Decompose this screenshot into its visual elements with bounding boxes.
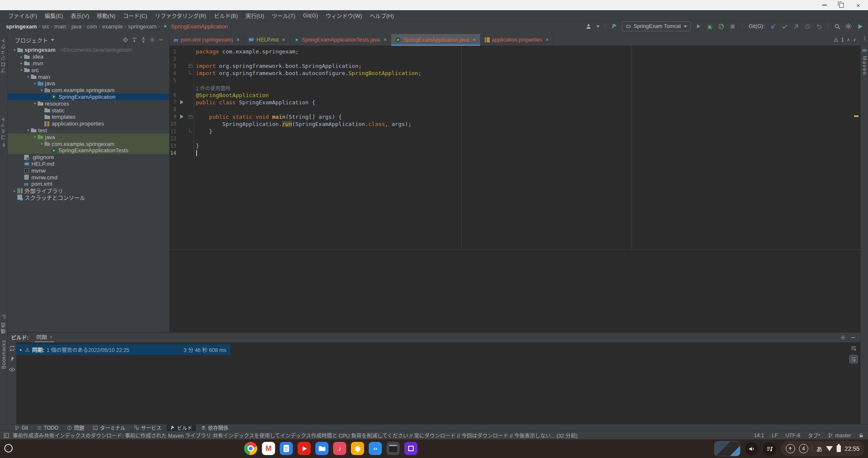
tree-chevron-icon[interactable]: ▾ xyxy=(25,75,31,79)
code-line[interactable]: 5 xyxy=(170,77,860,84)
git-rollback-button[interactable] xyxy=(815,22,823,30)
tree-item-help.md[interactable]: HELP.md xyxy=(8,161,169,168)
indent-style[interactable]: タブ* xyxy=(808,432,820,439)
tree-item-src[interactable]: ▾src xyxy=(8,67,169,73)
code-editor[interactable]: 1package com.example.springexam;23−impor… xyxy=(170,46,860,332)
menu-item[interactable]: リファクタリング(R) xyxy=(151,11,210,20)
launcher-button[interactable] xyxy=(4,444,13,452)
resync-icon[interactable] xyxy=(8,345,15,352)
soft-wrap-icon[interactable] xyxy=(849,355,858,363)
caret-position[interactable]: 14:1 xyxy=(754,433,764,438)
tree-item-springexamapplicationtests[interactable]: SpringExamApplicationTests xyxy=(8,147,169,154)
menu-item[interactable]: コード(C) xyxy=(119,11,151,20)
editor-tab[interactable]: pom.xml (springexam)× xyxy=(170,34,244,45)
tree-item-springexam[interactable]: ▾springexam~/Documents/Java/springexam xyxy=(8,47,169,53)
tab-close-icon[interactable]: × xyxy=(282,36,285,43)
tree-item-mvnw.cmd[interactable]: mvnw.cmd xyxy=(8,174,169,181)
run-gutter-icon[interactable] xyxy=(176,114,187,119)
git-commit-button[interactable] xyxy=(781,22,788,30)
hide-build-panel-icon[interactable] xyxy=(850,335,856,341)
next-warning-icon[interactable]: ∨ xyxy=(853,37,856,42)
run-button[interactable] xyxy=(695,22,702,30)
music-app-icon[interactable]: ♪ xyxy=(333,442,346,455)
fold-marker-icon[interactable] xyxy=(187,128,194,135)
tool-window-switcher-icon[interactable] xyxy=(3,433,9,438)
tool-window-button-terminal[interactable]: ターミナル xyxy=(89,424,129,431)
tab-close-icon[interactable]: × xyxy=(545,36,549,43)
file-encoding[interactable]: UTF-8 xyxy=(785,433,800,438)
git-update-button[interactable] xyxy=(769,22,777,30)
tree-chevron-icon[interactable]: ▾ xyxy=(32,81,38,86)
speaker-button[interactable] xyxy=(745,442,758,455)
hide-panel-icon[interactable] xyxy=(158,37,164,43)
menu-item[interactable]: ウィンドウ(W) xyxy=(322,11,366,20)
menu-item[interactable]: 編集(E) xyxy=(41,11,67,20)
status-link[interactable]: 常にダウンロード xyxy=(414,433,456,439)
window-preview-thumbnail[interactable] xyxy=(714,441,740,456)
tool-stripe-maven[interactable]: Maven xyxy=(862,56,868,75)
code-line[interactable]: 2 xyxy=(170,55,860,62)
code-line[interactable]: 13} xyxy=(170,142,860,149)
youtube-app-icon[interactable] xyxy=(298,442,311,455)
settings-gear-icon[interactable] xyxy=(845,22,852,30)
git-history-button[interactable] xyxy=(804,22,811,30)
tool-stripe-bookmarks[interactable]: Bookmarks xyxy=(1,340,7,369)
project-settings-gear-icon[interactable] xyxy=(149,37,155,43)
tool-stripe-project[interactable]: プロジェクト xyxy=(0,37,7,73)
tree-item-templates[interactable]: templates xyxy=(8,114,169,120)
code-line[interactable]: 9− public static void main(String[] args… xyxy=(170,113,860,120)
tree-item-application.properties[interactable]: application.properties xyxy=(8,120,169,127)
tool-window-button-deps[interactable]: 依存関係 xyxy=(198,424,232,431)
fold-marker-icon[interactable] xyxy=(187,70,194,77)
build-sync-row[interactable]: ▸ ⚠ 同期: 1 個の警告のある2022/05/10 22:25 3 分 46… xyxy=(17,344,231,355)
tree-item-.mvn[interactable]: ▸.mvn xyxy=(8,60,169,67)
status-tray-pill[interactable]: 4 あ 22:55 xyxy=(781,441,865,456)
code-line[interactable]: 3−import org.springframework.boot.Spring… xyxy=(170,62,860,70)
git-branch-widget[interactable]: master xyxy=(828,433,851,438)
fold-marker-icon[interactable]: − xyxy=(187,62,194,70)
menu-item[interactable]: 移動(N) xyxy=(93,11,119,20)
build-settings-gear-icon[interactable] xyxy=(840,335,846,341)
tab-close-icon[interactable]: × xyxy=(236,36,240,43)
keep-app-icon[interactable] xyxy=(351,442,364,455)
tree-item-[interactable]: スクラッチとコンソール xyxy=(8,194,169,201)
tree-chevron-icon[interactable]: ▸ xyxy=(12,189,17,193)
tree-chevron-icon[interactable]: ▾ xyxy=(12,48,17,52)
close-button[interactable]: × xyxy=(854,2,862,8)
line-ending[interactable]: LF xyxy=(772,433,778,438)
breadcrumb-item[interactable]: main xyxy=(54,23,66,30)
tree-item-test[interactable]: ▾test xyxy=(8,127,169,134)
expand-collapse-icon[interactable] xyxy=(140,37,146,43)
warning-stripe-mark[interactable] xyxy=(854,115,859,117)
intellij-app-icon[interactable] xyxy=(404,442,417,455)
tree-item-com.example.springexam[interactable]: ▾com.example.springexam xyxy=(8,140,169,147)
tree-chevron-icon[interactable]: ▾ xyxy=(25,128,31,132)
tree-item-java[interactable]: ▾java xyxy=(8,134,169,140)
expand-row-icon[interactable]: ▸ xyxy=(20,347,22,352)
tree-chevron-icon[interactable]: ▾ xyxy=(39,142,45,146)
run-config-selector[interactable]: SpringExam Tomcat xyxy=(622,21,691,31)
editor-tab[interactable]: SpringExamApplication.java× xyxy=(391,34,480,45)
media-queue-button[interactable] xyxy=(763,442,776,455)
menu-item[interactable]: ビルド(B) xyxy=(210,11,242,20)
profiler-button[interactable] xyxy=(718,22,725,30)
tab-close-icon[interactable]: × xyxy=(384,36,387,43)
vscode-app-icon[interactable]: ‹› xyxy=(369,442,382,455)
tree-item-java[interactable]: ▾java xyxy=(8,80,169,87)
editor-tab[interactable]: SpringExamApplicationTests.java× xyxy=(290,34,391,45)
code-line[interactable]: 8 xyxy=(170,106,860,113)
tree-chevron-icon[interactable]: ▸ xyxy=(19,61,24,65)
tree-chevron-icon[interactable]: ▾ xyxy=(32,135,38,139)
tree-item-mvnw[interactable]: mvnw xyxy=(8,167,169,174)
scroll-to-end-icon[interactable] xyxy=(849,344,858,353)
breadcrumb-item[interactable]: src xyxy=(42,23,49,30)
eye-filter-icon[interactable] xyxy=(8,366,15,373)
tool-stripe-structure[interactable]: 構造 xyxy=(0,322,7,334)
terminal-app-app-icon[interactable] xyxy=(387,442,400,455)
tab-options-kebab-icon[interactable] xyxy=(862,36,867,41)
tree-item-.gitignore[interactable]: .gitignore xyxy=(8,154,169,161)
fold-marker-icon[interactable]: − xyxy=(187,113,194,120)
write-access-lock-icon[interactable] xyxy=(859,433,864,438)
stop-button[interactable] xyxy=(729,22,737,30)
tree-chevron-icon[interactable]: ▾ xyxy=(19,68,24,72)
